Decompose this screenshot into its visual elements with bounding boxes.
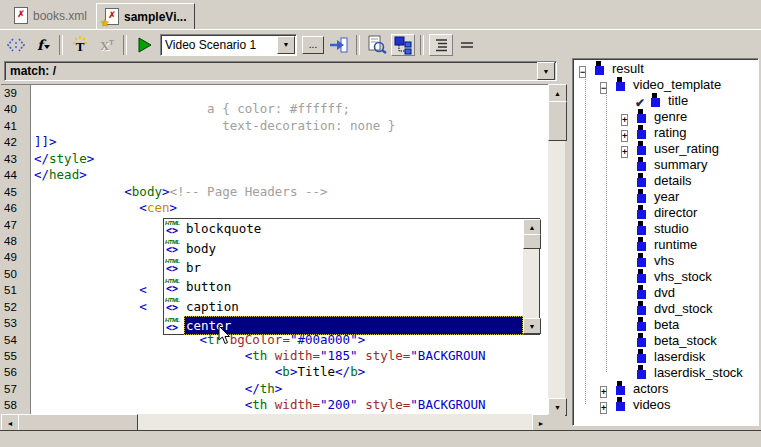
- schema-tree-panel[interactable]: −result−video_template✔title+genre+ratin…: [572, 58, 759, 426]
- autocomplete-popup[interactable]: HTML<>blockquoteHTML<>bodyHTML<>brHTML<>…: [163, 218, 540, 335]
- tree-node-title[interactable]: ✔title: [573, 92, 688, 108]
- mapper-view-icon[interactable]: [391, 34, 415, 56]
- expand-icon[interactable]: +: [621, 127, 634, 138]
- scenario-browse-button[interactable]: ...: [302, 36, 324, 54]
- tree-node-studio[interactable]: studio: [573, 220, 689, 236]
- tree-node-vhs_stock[interactable]: vhs_stock: [573, 268, 712, 284]
- tree-node-laserdisk[interactable]: laserdisk: [573, 348, 705, 364]
- tree-node-details[interactable]: details: [573, 172, 692, 188]
- document-tab-books-xml[interactable]: ✗books.xml: [6, 3, 95, 28]
- scenario-combo[interactable]: Video Scenario 1▼: [160, 34, 297, 56]
- tree-node-label: actors: [633, 381, 668, 396]
- element-node-icon: [636, 109, 650, 124]
- tree-connector: [621, 351, 634, 362]
- tree-node-label: video_template: [633, 77, 721, 92]
- spell-check-icon[interactable]: T: [68, 34, 92, 56]
- element-node-icon: [615, 77, 629, 92]
- tree-node-dvd_stock[interactable]: dvd_stock: [573, 300, 713, 316]
- element-node-icon: [636, 365, 650, 380]
- tree-node-dvd[interactable]: dvd: [573, 284, 675, 300]
- xml-document-icon: ✗: [14, 7, 28, 24]
- autocomplete-item-caption[interactable]: HTML<>caption: [164, 297, 523, 316]
- expand-icon[interactable]: +: [621, 111, 634, 122]
- code-line[interactable]: </style>: [34, 151, 548, 167]
- line-spacing-icon[interactable]: [455, 34, 479, 56]
- line-number: 44: [1, 167, 30, 183]
- document-tab-sample[interactable]: ✗★sampleVi...: [96, 3, 195, 30]
- tree-node-video_template[interactable]: −video_template: [573, 76, 721, 92]
- tree-node-year[interactable]: year: [573, 188, 679, 204]
- tree-node-vhs[interactable]: vhs: [573, 252, 674, 268]
- autocomplete-item-br[interactable]: HTML<>br: [164, 258, 523, 277]
- autocomplete-scroll-thumb[interactable]: [523, 234, 541, 249]
- line-number: 40: [1, 101, 30, 117]
- element-node-icon: [636, 317, 650, 332]
- line-number: 47: [1, 217, 30, 233]
- scroll-up-icon[interactable]: ▲: [548, 84, 567, 102]
- expand-icon[interactable]: +: [600, 399, 613, 410]
- code-line[interactable]: ]]>: [34, 134, 548, 150]
- scenario-combo-value: Video Scenario 1: [161, 38, 277, 52]
- line-number: 51: [1, 282, 30, 298]
- function-icon[interactable]: f: [30, 34, 54, 56]
- autocomplete-item-body[interactable]: HTML<>body: [164, 238, 523, 257]
- tree-node-actors[interactable]: +actors: [573, 380, 668, 396]
- scroll-down-icon[interactable]: ▼: [523, 318, 541, 334]
- element-node-icon: [636, 269, 650, 284]
- editor-vertical-scrollbar[interactable]: ▲ ▼: [548, 84, 565, 414]
- editor-horizontal-scrollbar[interactable]: ◄ ►: [1, 414, 548, 430]
- line-number: 46: [1, 200, 30, 216]
- expand-icon[interactable]: +: [621, 143, 634, 154]
- xml-markup-icon[interactable]: [4, 34, 28, 56]
- element-node-icon: [636, 285, 650, 300]
- tree-node-label: runtime: [654, 237, 697, 252]
- code-line[interactable]: </head>: [34, 167, 548, 183]
- autocomplete-item-label: button: [184, 277, 523, 296]
- tree-node-result[interactable]: −result: [573, 60, 644, 76]
- tree-node-beta[interactable]: beta: [573, 316, 679, 332]
- justify-lines-icon[interactable]: [429, 34, 453, 56]
- line-number-gutter: 3940414243444546474849505152535455565758: [1, 85, 31, 414]
- application-window: ✗books.xml✗★sampleVi... fTXXTVideo Scena…: [0, 0, 761, 447]
- tree-node-rating[interactable]: +rating: [573, 124, 687, 140]
- apply-scenario-icon[interactable]: [327, 34, 351, 56]
- code-line[interactable]: <b>Title</b>: [34, 364, 548, 380]
- code-line[interactable]: text-decoration: none }: [34, 118, 548, 134]
- tree-node-beta_stock[interactable]: beta_stock: [573, 332, 717, 348]
- match-combobox[interactable]: match: / ▼: [4, 61, 557, 81]
- vertical-scroll-thumb[interactable]: [548, 101, 567, 141]
- tree-node-director[interactable]: director: [573, 204, 697, 220]
- tree-node-videos[interactable]: +videos: [573, 396, 671, 412]
- document-tab-label: books.xml: [33, 9, 87, 23]
- tree-node-label: laserdisk_stock: [654, 365, 743, 380]
- tree-node-summary[interactable]: summary: [573, 156, 707, 172]
- tree-node-laserdisk_stock[interactable]: laserdisk_stock: [573, 364, 743, 380]
- autocomplete-list[interactable]: HTML<>blockquoteHTML<>bodyHTML<>brHTML<>…: [164, 219, 523, 334]
- scroll-up-icon[interactable]: ▲: [523, 219, 541, 235]
- autocomplete-scrollbar[interactable]: ▲ ▼: [523, 219, 539, 334]
- preview-result-icon[interactable]: [365, 34, 389, 56]
- code-line[interactable]: a { color: #ffffff;: [34, 101, 548, 117]
- tree-connector: [621, 255, 634, 266]
- autocomplete-item-blockquote[interactable]: HTML<>blockquote: [164, 219, 523, 238]
- run-scenario-icon[interactable]: [132, 34, 156, 56]
- code-line[interactable]: [34, 85, 548, 101]
- tree-node-user_rating[interactable]: +user_rating: [573, 140, 719, 156]
- collapse-icon[interactable]: −: [600, 79, 613, 90]
- code-line[interactable]: <body><!-- Page Headers -->: [34, 184, 548, 200]
- collapse-icon[interactable]: −: [579, 63, 592, 74]
- code-line[interactable]: <cen>: [34, 200, 548, 216]
- element-node-icon: [636, 141, 650, 156]
- code-line[interactable]: <th width="200" style="BACKGROUN: [34, 397, 548, 413]
- tree-node-genre[interactable]: +genre: [573, 108, 687, 124]
- autocomplete-item-button[interactable]: HTML<>button: [164, 277, 523, 296]
- dropdown-arrow-icon[interactable]: ▼: [277, 36, 295, 54]
- code-line[interactable]: </th>: [34, 381, 548, 397]
- expand-icon[interactable]: +: [600, 383, 613, 394]
- tree-node-runtime[interactable]: runtime: [573, 236, 697, 252]
- line-number: 57: [1, 381, 30, 397]
- strip-formatting-icon[interactable]: XXT: [94, 34, 118, 56]
- match-dropdown-arrow-icon[interactable]: ▼: [537, 62, 555, 80]
- code-line[interactable]: <th width="185" style="BACKGROUN: [34, 348, 548, 364]
- html-element-icon: HTML<>: [164, 239, 184, 257]
